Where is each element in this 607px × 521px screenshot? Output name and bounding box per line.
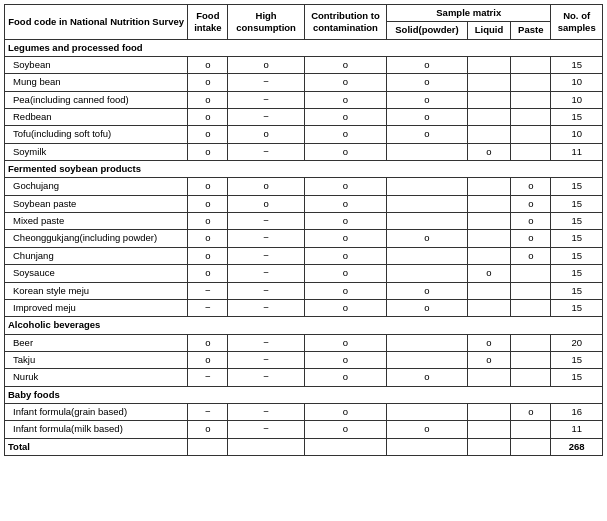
table-row: Mung beano−oo10 — [5, 74, 603, 91]
table-row: Takjuo−oo15 — [5, 351, 603, 368]
header-solid: Solid(powder) — [387, 22, 468, 39]
header-food-intake: Food intake — [188, 5, 228, 40]
table-row: Soysauceo−oo15 — [5, 265, 603, 282]
table-row: Korean style meju−−oo15 — [5, 282, 603, 299]
category-row: Fermented soybean products — [5, 161, 603, 178]
table-row: Gochujangoooo15 — [5, 178, 603, 195]
table-row: Redbeano−oo15 — [5, 109, 603, 126]
header-liquid: Liquid — [467, 22, 511, 39]
table-row: Mixed pasteo−oo15 — [5, 213, 603, 230]
header-food-code: Food code in National Nutrition Survey — [5, 5, 188, 40]
table-row: Soymilko−oo11 — [5, 143, 603, 160]
header-contribution: Contribution to contamination — [304, 5, 386, 40]
table-row: Pea(including canned food)o−oo10 — [5, 91, 603, 108]
table-row: Infant formula(grain based)−−oo16 — [5, 403, 603, 420]
table-row: Chunjango−oo15 — [5, 247, 603, 264]
header-high-consumption: High consumption — [228, 5, 304, 40]
category-row: Alcoholic beverages — [5, 317, 603, 334]
category-row: Legumes and processed food — [5, 39, 603, 56]
table-row: Cheonggukjang(including powder)o−ooo15 — [5, 230, 603, 247]
category-row: Baby foods — [5, 386, 603, 403]
table-row: Infant formula(milk based)o−oo11 — [5, 421, 603, 438]
table-row: Soybeanoooo15 — [5, 57, 603, 74]
table-row: Tofu(including soft tofu)oooo10 — [5, 126, 603, 143]
total-row: Total268 — [5, 438, 603, 455]
table-row: Nuruk−−oo15 — [5, 369, 603, 386]
table-row: Soybean pasteoooo15 — [5, 195, 603, 212]
table-row: Beero−oo20 — [5, 334, 603, 351]
main-table: Food code in National Nutrition Survey F… — [4, 4, 603, 456]
header-no-samples: No. of samples — [551, 5, 603, 40]
header-paste: Paste — [511, 22, 551, 39]
header-sample-matrix: Sample matrix — [387, 5, 551, 22]
table-row: Improved meju−−oo15 — [5, 299, 603, 316]
